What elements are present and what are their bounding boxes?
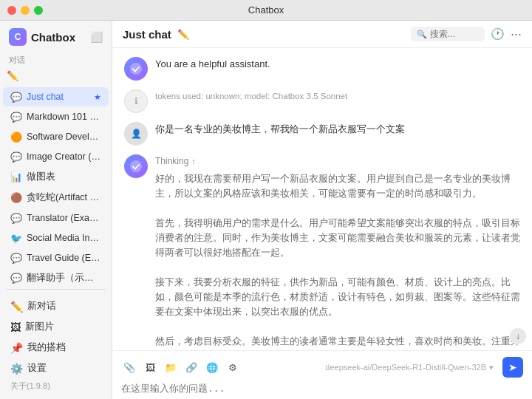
chat-icon: 💬	[10, 252, 22, 264]
sidebar-item-label: Translator (Example)	[27, 213, 101, 223]
sidebar-divider	[6, 289, 106, 290]
sidebar-item-markdown[interactable]: 💬 Markdown 101 (E...	[3, 107, 109, 126]
conversations-label: 对话	[0, 50, 112, 67]
game-icon: 🟤	[10, 192, 22, 204]
message-text: You are a helpful assistant.	[155, 57, 520, 72]
traffic-lights	[7, 6, 43, 15]
sidebar-item-image-creator[interactable]: 💬 Image Creator (E...	[3, 147, 109, 166]
more-options-icon[interactable]: ⋯	[511, 27, 522, 41]
history-icon[interactable]: 🕐	[491, 27, 505, 41]
thinking-header: Thinking ↑	[155, 154, 520, 168]
svg-point-1	[130, 160, 142, 172]
chat-icon: 💬	[10, 212, 22, 224]
image-button[interactable]: 🖼	[142, 359, 158, 375]
model-label: deepseek-ai/DeepSeek-R1-Distill-Qwen-32B	[325, 363, 486, 372]
sidebar-item-translate-helper[interactable]: 💬 翻译助手（示例）	[3, 268, 109, 286]
chat-input[interactable]	[121, 382, 523, 393]
avatar	[124, 154, 148, 178]
chat-icon: 🟠	[10, 131, 22, 143]
drafts-button[interactable]: 📌 我的搭档	[3, 338, 109, 358]
sidebar-item-just-chat[interactable]: 💬 Just chat ★	[3, 87, 109, 106]
folder-button[interactable]: 📁	[163, 359, 179, 375]
new-image-button[interactable]: 🖼 新图片	[3, 317, 109, 337]
link-button[interactable]: 🔗	[183, 359, 200, 375]
chat-header-right: 🔍 🕐 ⋯	[411, 27, 522, 41]
avatar: ℹ	[124, 89, 148, 113]
input-row	[121, 382, 523, 393]
chat-icon: 💬	[10, 111, 22, 123]
model-indicator: deepseek-ai/DeepSeek-R1-Distill-Qwen-32B…	[325, 363, 494, 372]
sidebar-item-label: 做图表	[27, 171, 101, 183]
maximize-button[interactable]	[34, 6, 43, 15]
new-image-label: 新图片	[25, 321, 54, 333]
image-icon: 🖼	[10, 321, 21, 333]
close-button[interactable]	[7, 6, 16, 15]
globe-button[interactable]: 🌐	[204, 359, 220, 375]
minimize-button[interactable]	[21, 6, 30, 15]
new-chat-icon: ✏️	[10, 301, 23, 313]
chat-title: Just chat	[123, 28, 171, 41]
sidebar-item-label: Travel Guide (Example)	[27, 253, 101, 263]
message-row: ℹ tokens used: unknown; model: Chatbox 3…	[124, 89, 520, 113]
search-bar[interactable]: 🔍	[411, 27, 485, 41]
scroll-down-button[interactable]: ↓	[510, 328, 526, 344]
sidebar-item-snake[interactable]: 🟤 贪吃蛇(Artifact Example)	[3, 188, 109, 208]
sidebar-item-social[interactable]: 🐦 Social Media Influence...	[3, 228, 109, 248]
thinking-toggle[interactable]: ↑	[191, 155, 196, 168]
sidebar-item-label: Image Creator (E...	[27, 151, 101, 162]
new-chat-icon[interactable]: ✏️	[6, 69, 19, 82]
sidebar-header-icons: ⬜	[89, 30, 103, 44]
new-chat-label: 新对话	[27, 300, 56, 313]
titlebar: Chatbox	[0, 0, 532, 21]
sidebar-bottom: ✏️ 新对话 🖼 新图片 📌 我的搭档 ⚙️ 设置 关于(1.9.8)	[0, 293, 112, 399]
sidebar-item-label: Software Develop...	[27, 132, 101, 142]
avatar: 👤	[124, 122, 148, 146]
search-input[interactable]	[430, 29, 474, 39]
settings-button[interactable]: ⚙️ 设置	[3, 358, 109, 378]
sidebar-item-chart[interactable]: 📊 做图表	[3, 167, 109, 187]
chat-area: Just chat ✏️ 🔍 🕐 ⋯	[112, 21, 532, 399]
settings-label: 设置	[27, 362, 47, 375]
code-button[interactable]: ⚙	[225, 359, 241, 375]
attach-button[interactable]: 📎	[121, 359, 137, 375]
app-logo: C	[9, 28, 27, 46]
message-text: tokens used: unknown; model: Chatbox 3.5…	[155, 89, 520, 103]
message-text: 你是一名专业的美妆博主，帮我给一个新品衣服写一个文案	[155, 122, 520, 137]
message-row: Thinking ↑ 好的，我现在需要帮用户写一个新品衣服的文案。用户提到自己是…	[124, 154, 520, 350]
new-chat-button[interactable]: ✏️ 新对话	[3, 296, 109, 316]
messages-list: You are a helpful assistant. ℹ tokens us…	[112, 48, 532, 350]
sidebar-item-translator[interactable]: 💬 Translator (Example)	[3, 208, 109, 228]
conversation-list: 💬 Just chat ★ 💬 Markdown 101 (E... 🟠 Sof…	[0, 85, 112, 286]
sidebar-item-travel[interactable]: 💬 Travel Guide (Example)	[3, 248, 109, 267]
svg-point-0	[130, 63, 142, 75]
sidebar-item-label: Just chat	[27, 92, 89, 102]
input-area: 📎 🖼 📁 🔗 🌐 ⚙ deepseek-ai/DeepSeek-R1-Dist…	[112, 350, 532, 399]
avatar	[124, 57, 148, 81]
message-row: You are a helpful assistant.	[124, 57, 520, 81]
main-layout: C Chatbox ⬜ 对话 ✏️ 💬 Just chat ★ 💬 Markdo…	[0, 21, 532, 399]
chat-header: Just chat ✏️ 🔍 🕐 ⋯	[112, 21, 532, 48]
drafts-label: 我的搭档	[27, 341, 66, 354]
search-icon: 🔍	[417, 30, 427, 39]
sidebar-item-label: Social Media Influence...	[27, 233, 101, 243]
about-version[interactable]: 关于(1.9.8)	[0, 379, 112, 395]
gear-icon: ⚙️	[10, 363, 23, 375]
chart-icon: 📊	[10, 171, 22, 183]
send-button[interactable]: ➤	[502, 357, 523, 378]
sidebar-item-software[interactable]: 🟠 Software Develop...	[3, 127, 109, 146]
app-name: Chatbox	[31, 31, 75, 44]
sidebar-item-label: 翻译助手（示例）	[27, 272, 101, 284]
sidebar-header: C Chatbox ⬜	[0, 21, 112, 50]
sidebar: C Chatbox ⬜ 对话 ✏️ 💬 Just chat ★ 💬 Markdo…	[0, 21, 112, 399]
thinking-label: Thinking	[155, 154, 188, 168]
thinking-content: 好的，我现在需要帮用户写一个新品衣服的文案。用户提到自己是一名专业的美妆博主，所…	[155, 171, 520, 350]
edit-title-button[interactable]: ✏️	[177, 29, 189, 40]
model-dropdown-icon[interactable]: ▾	[489, 363, 494, 372]
sidebar-item-label: Markdown 101 (E...	[27, 112, 101, 122]
sidebar-collapse-button[interactable]: ⬜	[89, 30, 103, 44]
chat-icon: 💬	[10, 151, 22, 163]
drafts-icon: 📌	[10, 342, 23, 354]
input-toolbar: 📎 🖼 📁 🔗 🌐 ⚙ deepseek-ai/DeepSeek-R1-Dist…	[121, 357, 523, 378]
message-row: 👤 你是一名专业的美妆博主，帮我给一个新品衣服写一个文案	[124, 122, 520, 146]
window-title: Chatbox	[248, 4, 284, 16]
